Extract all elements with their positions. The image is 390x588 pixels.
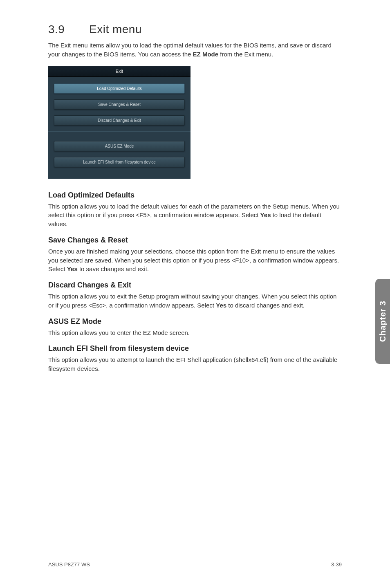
section-intro: The Exit menu items allow you to load th… — [48, 41, 342, 59]
heading-ez-mode: ASUS EZ Mode — [48, 317, 342, 326]
bios-header: Exit — [48, 66, 191, 77]
body-save-reset: Once you are finished making your select… — [48, 247, 342, 274]
bios-btn-discard-exit[interactable]: Discard Changes & Exit — [54, 115, 185, 126]
text: to discard changes and exit. — [226, 302, 305, 309]
heading-discard-exit: Discard Changes & Exit — [48, 281, 342, 290]
body-load-defaults: This option allows you to load the defau… — [48, 202, 342, 229]
intro-text-2: from the Exit menu. — [218, 51, 273, 58]
page-footer: ASUS P8Z77 WS 3-39 — [48, 558, 342, 568]
page-content: 3.9Exit menu The Exit menu items allow y… — [0, 0, 390, 373]
bios-screenshot: Exit Load Optimized Defaults Save Change… — [48, 66, 191, 179]
heading-save-reset: Save Changes & Reset — [48, 236, 342, 245]
text: to save changes and exit. — [78, 265, 149, 272]
bios-btn-load-defaults[interactable]: Load Optimized Defaults — [54, 83, 185, 94]
bios-btn-save-reset[interactable]: Save Changes & Reset — [54, 99, 185, 110]
heading-efi-shell: Launch EFI Shell from filesystem device — [48, 344, 342, 353]
section-title: 3.9Exit menu — [48, 23, 342, 36]
chapter-side-tab-label: Chapter 3 — [378, 301, 388, 342]
bios-btn-ez-mode[interactable]: ASUS EZ Mode — [54, 141, 185, 151]
footer-right: 3-39 — [331, 561, 342, 568]
bold: Yes — [216, 302, 226, 309]
bold: Yes — [67, 265, 78, 272]
text: This option allows you to attempt to lau… — [48, 356, 337, 372]
bios-btn-efi-shell[interactable]: Launch EFI Shell from filesystem device — [54, 157, 185, 167]
section-number: 3.9 — [48, 23, 89, 36]
intro-bold: EZ Mode — [193, 51, 219, 58]
chapter-side-tab: Chapter 3 — [375, 279, 390, 364]
bold: Yes — [260, 211, 271, 218]
bios-divider — [48, 131, 191, 137]
bios-body: Load Optimized Defaults Save Changes & R… — [48, 77, 191, 167]
body-ez-mode: This option allows you to enter the EZ M… — [48, 328, 342, 337]
section-title-text: Exit menu — [89, 23, 142, 36]
text: This option allows you to enter the EZ M… — [48, 329, 190, 336]
heading-load-defaults: Load Optimized Defaults — [48, 191, 342, 200]
body-discard-exit: This option allows you to exit the Setup… — [48, 292, 342, 310]
footer-left: ASUS P8Z77 WS — [48, 561, 90, 568]
intro-text-1: The Exit menu items allow you to load th… — [48, 42, 332, 58]
body-efi-shell: This option allows you to attempt to lau… — [48, 355, 342, 373]
